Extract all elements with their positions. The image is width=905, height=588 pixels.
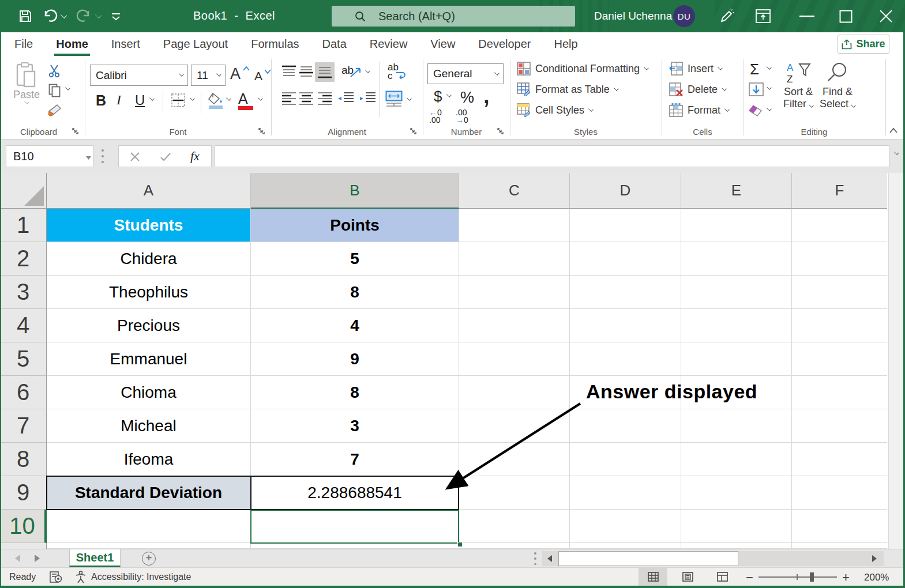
insert-cells-button[interactable]: Insert xyxy=(669,62,722,76)
currency-dropdown-icon[interactable] xyxy=(446,92,452,97)
tab-formulas[interactable]: Formulas xyxy=(239,32,310,56)
column-header-b[interactable]: B xyxy=(251,173,459,209)
percent-button[interactable]: % xyxy=(460,89,474,107)
tab-review[interactable]: Review xyxy=(358,32,419,56)
cell-d3[interactable] xyxy=(570,276,681,309)
row-header-7[interactable]: 7 xyxy=(0,409,47,443)
align-left-icon[interactable] xyxy=(281,92,296,105)
hscroll-left-icon[interactable] xyxy=(547,555,552,562)
cell-b8[interactable]: 7 xyxy=(251,443,459,476)
tab-insert[interactable]: Insert xyxy=(100,32,152,56)
view-normal-button[interactable] xyxy=(639,568,667,586)
name-box[interactable]: B10 xyxy=(6,145,93,167)
column-header-c[interactable]: C xyxy=(459,173,570,209)
row-header-9[interactable]: 9 xyxy=(0,476,47,510)
quick-access-toolbar-icon[interactable] xyxy=(111,13,121,21)
row-header-2[interactable]: 2 xyxy=(0,242,47,276)
decrease-decimal-button[interactable]: .00→0 xyxy=(456,109,468,124)
alignment-launcher-icon[interactable] xyxy=(410,127,418,135)
avatar[interactable]: DU xyxy=(673,5,695,27)
find-select-button[interactable]: Find &Select xyxy=(819,62,856,110)
cell-f4[interactable] xyxy=(792,309,887,342)
fill-down-icon[interactable] xyxy=(749,82,764,96)
cell-c1[interactable] xyxy=(459,209,570,242)
cell-f8[interactable] xyxy=(792,443,887,476)
underline-button[interactable]: U xyxy=(135,92,145,108)
fill-color-icon[interactable] xyxy=(208,92,224,109)
vertical-scrollbar[interactable] xyxy=(888,173,903,549)
redo-icon[interactable] xyxy=(76,9,92,24)
cell-a2[interactable]: Chidera xyxy=(47,242,251,276)
cell-b5[interactable]: 9 xyxy=(251,342,459,376)
cell-a8[interactable]: Ifeoma xyxy=(47,443,251,476)
sheet-tab-sheet1[interactable]: Sheet1 xyxy=(69,549,121,567)
view-page-layout-button[interactable] xyxy=(673,568,702,586)
redo-dropdown-icon[interactable] xyxy=(95,12,102,18)
copy-dropdown-icon[interactable] xyxy=(65,85,70,91)
cell-c2[interactable] xyxy=(459,242,570,276)
sheet-next-icon[interactable] xyxy=(35,555,40,562)
cut-icon[interactable] xyxy=(47,64,61,78)
maximize-button[interactable] xyxy=(839,10,853,23)
cell-e5[interactable] xyxy=(681,342,792,376)
save-icon[interactable] xyxy=(18,9,32,23)
tab-developer[interactable]: Developer xyxy=(467,32,542,56)
name-box-dropdown-icon[interactable] xyxy=(86,156,91,160)
horizontal-scrollbar[interactable] xyxy=(542,551,884,566)
cell-c11[interactable] xyxy=(459,543,570,549)
cell-d8[interactable] xyxy=(570,443,681,476)
tab-splitter[interactable] xyxy=(534,552,536,565)
cancel-icon[interactable] xyxy=(130,152,140,161)
zoom-out-button[interactable]: − xyxy=(746,570,753,585)
increase-decimal-button[interactable]: ←0.00 xyxy=(429,109,442,124)
row-header-11[interactable] xyxy=(0,543,47,549)
tab-help[interactable]: Help xyxy=(543,32,589,56)
column-header-d[interactable]: D xyxy=(570,173,681,209)
enter-icon[interactable] xyxy=(160,152,171,161)
decrease-font-button[interactable]: A xyxy=(254,69,262,83)
cell-e10[interactable] xyxy=(681,510,792,543)
tab-page-layout[interactable]: Page Layout xyxy=(152,32,239,56)
cell-e4[interactable] xyxy=(681,309,792,342)
cell-c6[interactable] xyxy=(459,376,570,409)
cell-e9[interactable] xyxy=(681,476,792,510)
undo-dropdown-icon[interactable] xyxy=(61,12,67,18)
row-header-8[interactable]: 8 xyxy=(0,443,47,476)
cell-e7[interactable] xyxy=(681,409,792,443)
clear-icon[interactable] xyxy=(748,103,764,118)
font-color-button[interactable]: A xyxy=(238,91,253,110)
formula-bar-resizer[interactable] xyxy=(102,149,104,163)
column-header-e[interactable]: E xyxy=(681,173,792,209)
borders-dropdown-icon[interactable] xyxy=(190,96,195,101)
cell-f6[interactable] xyxy=(792,376,887,409)
copy-icon[interactable] xyxy=(48,84,61,97)
borders-icon[interactable] xyxy=(171,93,186,108)
italic-button[interactable]: I xyxy=(117,92,121,108)
add-sheet-button[interactable]: + xyxy=(142,552,156,566)
number-launcher-icon[interactable] xyxy=(497,127,505,135)
cell-e2[interactable] xyxy=(681,242,792,276)
number-format-select[interactable]: General xyxy=(427,63,504,84)
conditional-formatting-button[interactable]: Conditional Formatting xyxy=(517,62,648,76)
merge-center-icon[interactable] xyxy=(385,91,403,107)
cell-f7[interactable] xyxy=(792,409,887,443)
column-header-a[interactable]: A xyxy=(47,173,251,209)
row-header-5[interactable]: 5 xyxy=(0,342,47,376)
horizontal-scroll-thumb[interactable] xyxy=(558,551,738,566)
cell-a10[interactable] xyxy=(47,510,251,543)
cell-d4[interactable] xyxy=(570,309,681,342)
clear-dropdown-icon[interactable] xyxy=(767,106,772,111)
cell-c5[interactable] xyxy=(459,342,570,376)
zoom-level[interactable]: 200% xyxy=(864,572,889,583)
ribbon-display-options-icon[interactable] xyxy=(756,9,771,23)
cell-d7[interactable] xyxy=(570,409,681,443)
cell-b11[interactable] xyxy=(251,543,459,549)
cell-f1[interactable] xyxy=(792,209,887,242)
cell-b6[interactable]: 8 xyxy=(251,376,459,409)
cell-c3[interactable] xyxy=(459,276,570,309)
format-painter-icon[interactable] xyxy=(47,103,62,118)
increase-font-button[interactable]: A xyxy=(230,65,241,83)
cell-e3[interactable] xyxy=(681,276,792,309)
zoom-slider-track[interactable] xyxy=(758,576,837,578)
cell-e1[interactable] xyxy=(681,209,792,242)
